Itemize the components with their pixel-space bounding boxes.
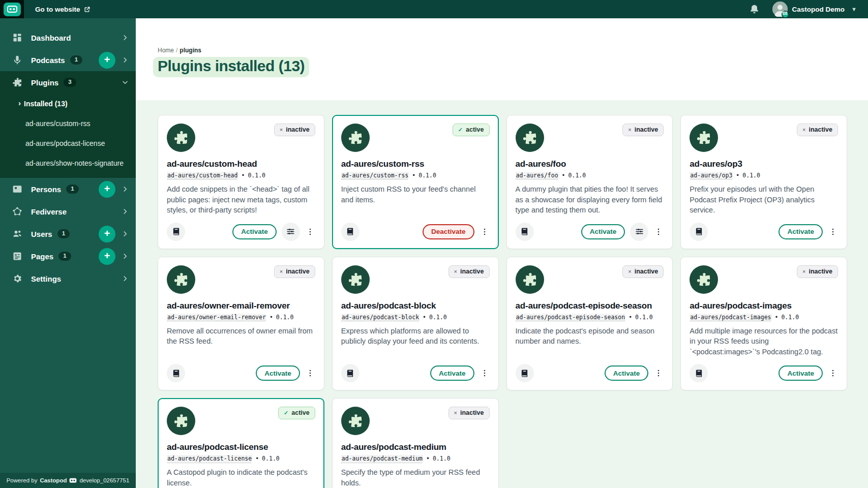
plugin-card-op3: ×inactive ad-aures/op3 ad-aures/op3 • 0.… bbox=[680, 115, 847, 249]
plugin-description: Inject custom RSS to your feed's channel… bbox=[341, 184, 490, 205]
plugin-package[interactable]: ad-aures/op3 bbox=[690, 172, 733, 179]
count-badge: 1 bbox=[57, 229, 70, 238]
readme-button[interactable] bbox=[167, 223, 185, 241]
readme-button[interactable] bbox=[690, 364, 708, 382]
readme-button[interactable] bbox=[690, 223, 708, 241]
more-options-button[interactable] bbox=[828, 223, 838, 241]
sidebar-subitem[interactable]: ad-aures/show-notes-signature bbox=[0, 153, 136, 173]
sidebar-subitem-label: ad-aures/custom-rss bbox=[25, 119, 91, 128]
plugin-package[interactable]: ad-aures/custom-head bbox=[167, 172, 238, 179]
account-menu[interactable]: Castopod Demo ▼ bbox=[772, 2, 857, 17]
sidebar-item-fediverse[interactable]: Fediverse bbox=[0, 200, 136, 223]
sidebar-item-podcasts[interactable]: Podcasts 1 + bbox=[0, 49, 136, 71]
plugin-package[interactable]: ad-aures/foo bbox=[516, 172, 559, 179]
fediverse-icon bbox=[12, 206, 22, 217]
plugin-package[interactable]: ad-aures/podcast-block bbox=[341, 314, 420, 321]
go-to-website-label: Go to website bbox=[35, 6, 80, 13]
plugin-card-owner-email-remover: ×inactive ad-aures/owner-email-remover a… bbox=[158, 257, 324, 391]
sidebar-item-plugins[interactable]: Plugins 3 bbox=[0, 71, 136, 94]
sidebar-subitem-label: Installed (13) bbox=[24, 100, 68, 108]
sidebar-item-label: Users bbox=[31, 230, 52, 238]
book-icon bbox=[695, 227, 703, 236]
breadcrumb-home[interactable]: Home bbox=[158, 47, 174, 54]
sidebar-item-dashboard[interactable]: Dashboard bbox=[0, 26, 136, 49]
more-options-button[interactable] bbox=[480, 223, 490, 241]
sidebar-item-pages[interactable]: Pages 1 + bbox=[0, 245, 136, 267]
avatar bbox=[772, 2, 788, 17]
book-icon bbox=[520, 369, 529, 378]
plugin-package[interactable]: ad-aures/podcast-images bbox=[690, 314, 771, 321]
activate-button[interactable]: Activate bbox=[232, 224, 277, 239]
go-to-website-link[interactable]: Go to website bbox=[35, 6, 91, 13]
sidebar-subitem-label: ad-aures/show-notes-signature bbox=[25, 159, 124, 167]
puzzle-icon bbox=[348, 130, 363, 145]
plugin-settings-button[interactable] bbox=[630, 223, 648, 241]
meta-separator: • bbox=[423, 314, 426, 321]
activate-button[interactable]: Activate bbox=[581, 224, 625, 239]
plugin-title: ad-aures/foo bbox=[516, 159, 664, 169]
sidebar-subitem-label: ad-aures/podcast-license bbox=[25, 139, 105, 147]
plugin-version: 0.1.0 bbox=[433, 455, 451, 462]
kebab-menu-icon bbox=[306, 228, 314, 236]
plugin-description: Add code snippets in the `<head>` tag of… bbox=[167, 184, 315, 216]
castopod-logo-icon[interactable] bbox=[4, 3, 21, 16]
more-options-button[interactable] bbox=[828, 364, 838, 382]
activate-button[interactable]: Activate bbox=[779, 365, 823, 381]
plugin-package[interactable]: ad-aures/podcast-episode-season bbox=[516, 314, 626, 321]
plugin-avatar bbox=[341, 407, 370, 435]
plugin-avatar bbox=[690, 265, 718, 294]
plugin-package[interactable]: ad-aures/podcast-medium bbox=[341, 455, 423, 462]
sidebar-item-settings[interactable]: Settings bbox=[0, 267, 136, 290]
x-icon: × bbox=[454, 268, 457, 276]
more-options-button[interactable] bbox=[653, 364, 664, 382]
activate-button[interactable]: Activate bbox=[779, 224, 823, 239]
status-badge: ✓active bbox=[453, 124, 490, 136]
users-icon bbox=[12, 229, 22, 239]
sidebar-item-users[interactable]: Users 1 + bbox=[0, 223, 136, 245]
kebab-menu-icon bbox=[481, 369, 489, 377]
add-button[interactable]: + bbox=[99, 52, 115, 69]
more-options-button[interactable] bbox=[480, 364, 490, 382]
check-icon: ✓ bbox=[458, 126, 463, 134]
activate-button[interactable]: Activate bbox=[430, 365, 474, 381]
more-options-button[interactable] bbox=[305, 223, 315, 241]
plugin-avatar bbox=[341, 265, 370, 294]
plugin-package[interactable]: ad-aures/custom-rss bbox=[341, 172, 409, 179]
plugin-avatar bbox=[167, 124, 195, 152]
deactivate-button[interactable]: Deactivate bbox=[423, 224, 474, 239]
brand-label[interactable]: Castopod bbox=[40, 477, 67, 483]
breadcrumb-current: plugins bbox=[179, 47, 201, 54]
readme-button[interactable] bbox=[516, 223, 534, 241]
readme-button[interactable] bbox=[167, 364, 185, 382]
sidebar-subitem[interactable]: ad-aures/podcast-license bbox=[0, 133, 136, 153]
plugin-package[interactable]: ad-aures/podcast-license bbox=[167, 455, 252, 462]
more-options-button[interactable] bbox=[305, 364, 315, 382]
readme-button[interactable] bbox=[516, 364, 534, 382]
x-icon: × bbox=[280, 268, 283, 276]
sidebar-footer: Powered by Castopod develop_02657751 bbox=[0, 473, 136, 488]
meta-separator: • bbox=[562, 172, 565, 179]
readme-button[interactable] bbox=[341, 223, 360, 241]
plugin-title: ad-aures/podcast-images bbox=[690, 301, 838, 311]
plugin-settings-button[interactable] bbox=[282, 223, 300, 241]
book-icon bbox=[695, 369, 703, 378]
more-options-button[interactable] bbox=[653, 223, 664, 241]
add-button[interactable]: + bbox=[99, 226, 115, 242]
id-card-icon bbox=[12, 184, 22, 194]
notifications-button[interactable] bbox=[749, 3, 761, 15]
chevron-right-icon: › bbox=[18, 99, 21, 107]
add-button[interactable]: + bbox=[99, 248, 115, 265]
sidebar-subitem[interactable]: ad-aures/custom-rss bbox=[0, 113, 136, 133]
readme-button[interactable] bbox=[341, 364, 360, 382]
sidebar-item-persons[interactable]: Persons 1 + bbox=[0, 178, 136, 200]
activate-button[interactable]: Activate bbox=[605, 365, 649, 381]
pages-icon bbox=[12, 251, 22, 261]
sidebar-nav-list: Dashboard Podcasts 1 + Plugins 3 › Insta… bbox=[0, 18, 136, 473]
plugin-package[interactable]: ad-aures/owner-email-remover bbox=[167, 314, 266, 321]
sidebar-subitem[interactable]: › Installed (13) bbox=[0, 94, 136, 113]
puzzle-icon bbox=[12, 77, 22, 87]
add-button[interactable]: + bbox=[99, 181, 115, 198]
activate-button[interactable]: Activate bbox=[256, 365, 300, 381]
meta-separator: • bbox=[255, 455, 259, 462]
kebab-menu-icon bbox=[829, 228, 837, 236]
